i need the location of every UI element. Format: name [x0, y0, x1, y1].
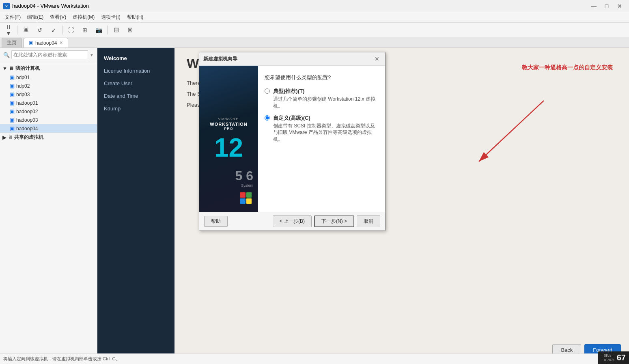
network-widget: ↑ 0K/s ↓ 0.7K/s 67 [598, 351, 629, 364]
network-stats: ↑ 0K/s ↓ 0.7K/s [601, 353, 614, 362]
full-screen-button[interactable]: ⛶ [65, 24, 77, 36]
icon-sq-red [240, 192, 246, 198]
dialog-footer-right: < 上一步(B) 下一步(N) > 取消 [273, 215, 380, 227]
icon-sq-blue [240, 198, 246, 204]
search-input[interactable] [11, 50, 88, 59]
radio-typical[interactable] [265, 88, 270, 94]
sidebar-group-my-computer[interactable]: ▼ 🖥 我的计算机 [0, 64, 97, 73]
revert-button[interactable]: ↙ [47, 24, 60, 36]
dialog-title-text: 新建虚拟机向导 [203, 56, 237, 62]
tab-hadoop04-icon: ▣ [29, 40, 33, 45]
dialog-next-button[interactable]: 下一步(N) > [314, 215, 354, 227]
group-label-my-computer: 我的计算机 [15, 65, 40, 72]
left-nav-welcome[interactable]: Welcome [97, 52, 174, 65]
vm-icon-hadoop02: ▣ [10, 108, 15, 114]
menu-tabs[interactable]: 选项卡(I) [98, 13, 123, 22]
sidebar-item-hadoop01[interactable]: ▣ hadoop01 [0, 99, 97, 107]
radio-custom-label[interactable]: 自定义(高级)(C) [273, 115, 310, 121]
sidebar-label-hdp02: hdp02 [16, 83, 30, 89]
close-button[interactable]: ✕ [614, 0, 626, 12]
sidebar-label-shared-vms: 共享的虚拟机 [14, 134, 43, 141]
sidebar-item-hdp03[interactable]: ▣ hdp03 [0, 90, 97, 99]
dialog-footer: 帮助 < 上一步(B) 下一步(N) > 取消 [199, 212, 385, 230]
left-nav: Welcome License Information Create User … [97, 48, 174, 364]
menu-view[interactable]: 查看(V) [47, 13, 69, 22]
sidebar-label-hdp01: hdp01 [16, 75, 30, 80]
dialog-help-button[interactable]: 帮助 [204, 216, 228, 227]
sidebar-label-hadoop01: hadoop01 [16, 100, 38, 106]
toolbar-sep-1 [17, 26, 17, 34]
view-normal-button[interactable]: ⊠ [124, 24, 136, 36]
dialog-back-button[interactable]: < 上一步(B) [273, 215, 312, 227]
status-bar: 将输入定向到该虚拟机，请在虚拟机内部单击或按 Ctrl+G。 🔗 12:00 [0, 353, 629, 364]
minimize-button[interactable]: — [588, 0, 600, 12]
group-expand-icon-shared: ▶ [2, 135, 6, 140]
pro-text: PRO [210, 127, 247, 131]
menu-vm[interactable]: 虚拟机(M) [69, 13, 98, 22]
pause-button[interactable]: ⏸ ▼ [2, 24, 15, 36]
dialog-close-button[interactable]: ✕ [373, 55, 381, 63]
view-fullscreen-button[interactable]: ⊟ [110, 24, 122, 36]
sidebar-label-hdp03: hdp03 [16, 92, 30, 97]
toolbar-sep-3 [107, 26, 108, 34]
tab-hadoop04[interactable]: ▣ hadoop04 ✕ [24, 38, 68, 47]
maximize-button[interactable]: □ [601, 0, 613, 12]
unity-button[interactable]: ⊞ [79, 24, 91, 36]
menu-help[interactable]: 帮助(H) [124, 13, 147, 22]
vmware-icon: V [3, 3, 10, 9]
group-expand-icon: ▼ [2, 66, 7, 71]
sidebar: 🔍 ▼ ▼ 🖥 我的计算机 ▣ hdp01 ▣ hdp02 ▣ hdp03 [0, 48, 97, 364]
vm-icon-hdp03: ▣ [10, 91, 15, 97]
toolbar-sep-2 [62, 26, 62, 34]
version-56: 5 6 [235, 168, 253, 183]
dialog-question: 您希望使用什么类型的配置? [265, 74, 379, 81]
vm-icon-hdp02: ▣ [10, 83, 15, 89]
menu-edit[interactable]: 编辑(E) [24, 13, 47, 22]
menu-file[interactable]: 文件(F) [2, 13, 24, 22]
vmware-colorful-icon [240, 192, 252, 204]
vm-icon-hadoop03: ▣ [10, 117, 15, 123]
search-dropdown-icon[interactable]: ▼ [90, 53, 94, 57]
sidebar-item-hdp01[interactable]: ▣ hdp01 [0, 73, 97, 82]
left-nav-license[interactable]: License Information [97, 65, 174, 77]
sidebar-item-hadoop04[interactable]: ▣ hadoop04 [0, 124, 97, 133]
tab-hadoop04-close[interactable]: ✕ [59, 40, 63, 45]
version-56-area: 5 6 System [235, 168, 253, 187]
group-shared-icon: 🖥 [8, 135, 13, 140]
dialog-right-content: 您希望使用什么类型的配置? 典型(推荐)(T) 通过几个简单的步骤创建 Work… [258, 66, 385, 212]
sidebar-item-hdp02[interactable]: ▣ hdp02 [0, 82, 97, 90]
radio-custom[interactable] [265, 115, 270, 121]
sidebar-item-hadoop03[interactable]: ▣ hadoop03 [0, 116, 97, 124]
tab-home-label: 主页 [7, 39, 17, 46]
left-nav-create-user[interactable]: Create User [97, 77, 174, 90]
radio-option-typical[interactable]: 典型(推荐)(T) 通过几个简单的步骤创建 Workstation 12.x 虚… [265, 88, 379, 110]
send-ctrl-alt-del-button[interactable]: ⌘ [20, 24, 32, 36]
snapshot-button[interactable]: 📷 [93, 24, 105, 36]
vm-icon-hadoop01: ▣ [10, 100, 15, 106]
dialog-cancel-button[interactable]: 取消 [357, 215, 380, 227]
icon-sq-yellow [246, 198, 252, 204]
net-download: ↓ 0.7K/s [601, 358, 614, 362]
sidebar-search-area: 🔍 ▼ [0, 48, 97, 62]
dialog-branding: VMWARE WORKSTATION PRO 12 5 6 System [199, 66, 258, 212]
workstation-text: WORKSTATION [210, 122, 247, 127]
left-nav-date-time[interactable]: Date and Time [97, 90, 174, 102]
window-title: hadoop04 - VMware Workstation [12, 3, 89, 9]
sidebar-group-shared-vms[interactable]: ▶ 🖥 共享的虚拟机 [0, 133, 97, 142]
sidebar-label-hadoop03: hadoop03 [16, 117, 38, 123]
annotation-text: 教大家一种逼格高一点的自定义安装 [522, 64, 613, 71]
sidebar-item-hadoop02[interactable]: ▣ hadoop02 [0, 107, 97, 116]
icon-sq-green [246, 192, 252, 198]
left-nav-kdump[interactable]: Kdump [97, 102, 174, 115]
vm-icon-hadoop04: ▣ [10, 125, 15, 131]
svg-line-1 [479, 101, 544, 162]
toolbar: ⏸ ▼ ⌘ ↺ ↙ ⛶ ⊞ 📷 ⊟ ⊠ [0, 23, 629, 37]
radio-option-custom[interactable]: 自定义(高级)(C) 创建带有 SCSI 控制器类型、虚拟磁盘类型以及与旧版 V… [265, 114, 379, 143]
tab-home[interactable]: 主页 [2, 38, 22, 47]
sidebar-tree: ▼ 🖥 我的计算机 ▣ hdp01 ▣ hdp02 ▣ hdp03 ▣ hado… [0, 62, 97, 364]
radio-typical-label[interactable]: 典型(推荐)(T) [273, 88, 304, 94]
dialog-title-bar: 新建虚拟机向导 ✕ [199, 52, 385, 66]
search-icon: 🔍 [3, 52, 10, 58]
power-button[interactable]: ↺ [34, 24, 46, 36]
tab-bar: 主页 ▣ hadoop04 ✕ [0, 37, 629, 48]
